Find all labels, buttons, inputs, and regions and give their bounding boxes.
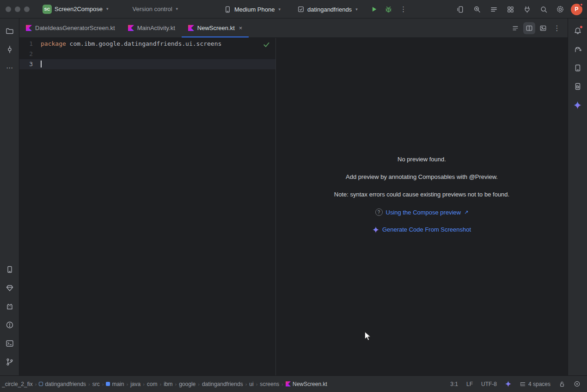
tab-dateideasgeneratorscreen[interactable]: DateIdeasGeneratorScreen.kt [19, 18, 122, 37]
breadcrumb-separator: › [281, 381, 283, 387]
project-icon: SC [43, 5, 52, 14]
editor-tab-bar: DateIdeasGeneratorScreen.kt MainActivity… [19, 18, 568, 38]
commit-tool-button[interactable] [3, 43, 17, 56]
problems-icon [6, 321, 14, 329]
breadcrumb-item[interactable]: datingandfriends [202, 381, 243, 387]
more-run-options-button[interactable]: ⋮ [397, 3, 410, 15]
gradle-tool-button[interactable] [571, 43, 585, 56]
resource-manager-tool-button[interactable] [3, 281, 17, 295]
chevron-down-icon: ▾ [278, 7, 281, 12]
breadcrumb-item[interactable]: src [92, 381, 100, 387]
kotlin-file-icon [188, 25, 194, 31]
zoom-window-button[interactable] [24, 6, 30, 12]
logcat-tool-button[interactable] [3, 300, 17, 313]
close-tab-icon[interactable]: × [239, 24, 243, 31]
code-line-2[interactable]: 2 [19, 49, 275, 59]
breadcrumb-item[interactable]: _circle_2_fix [2, 381, 33, 387]
breadcrumb-item[interactable]: datingandfriends [39, 381, 86, 387]
editor-more-options-button[interactable]: ⋮ [551, 22, 563, 34]
gradle-elephant-icon [574, 45, 582, 54]
design-view-button[interactable] [537, 22, 549, 34]
device-selector[interactable]: Medium Phone ▾ [220, 4, 284, 15]
device-explorer-icon [574, 82, 582, 91]
chevron-down-icon: ▾ [355, 7, 358, 12]
breadcrumb-separator: › [126, 381, 128, 387]
caret-position-widget[interactable]: 3:1 [450, 381, 458, 387]
inspections-widget[interactable] [263, 41, 270, 48]
terminal-tool-button[interactable] [3, 337, 17, 350]
terminal-icon [6, 339, 14, 348]
more-horizontal-icon: ⋯ [6, 64, 13, 72]
split-view-icon [526, 24, 533, 32]
running-devices-tool-button[interactable] [3, 263, 17, 276]
version-control-tool-button[interactable] [3, 355, 17, 369]
avatar[interactable]: P [571, 4, 582, 15]
breadcrumb-item[interactable]: screens [260, 381, 279, 387]
code-line-3[interactable]: 3 [19, 59, 275, 69]
gemini-sparkle-icon [574, 101, 581, 109]
generate-code-link-label[interactable]: Generate Code From Screenshot [382, 226, 471, 233]
line-number: 2 [19, 49, 41, 59]
code-view-button[interactable] [509, 22, 521, 34]
project-selector[interactable]: SC Screen2Compose ▾ [39, 3, 112, 16]
breadcrumb-separator: › [160, 381, 162, 387]
ai-sparkle-icon [505, 381, 511, 387]
breadcrumb-item[interactable]: ui [249, 381, 253, 387]
device-mirroring-button[interactable] [454, 3, 466, 15]
line-separator-widget[interactable]: LF [466, 381, 473, 387]
tab-newscreen[interactable]: NewScreen.kt × [182, 18, 249, 37]
search-everywhere-button[interactable] [538, 3, 550, 15]
left-tool-stripe: ⋯ [0, 18, 19, 375]
tab-mainactivity[interactable]: MainActivity.kt [122, 18, 182, 37]
minimize-window-button[interactable] [15, 6, 20, 12]
code-editor[interactable]: 1 package com.ibm.google.datingandfriend… [19, 38, 275, 375]
avatar-initial: P [575, 6, 578, 12]
kotlin-file-icon [128, 25, 134, 31]
preview-message-primary: No preview found. [397, 156, 446, 163]
app-inspection-button[interactable] [504, 3, 516, 15]
project-tool-button[interactable] [3, 24, 17, 38]
read-only-toggle-widget[interactable] [559, 381, 565, 387]
version-control-widget[interactable]: Version control ▾ [129, 4, 182, 14]
close-window-button[interactable] [6, 6, 11, 12]
gemini-tool-button[interactable] [571, 98, 585, 112]
breadcrumb-item[interactable]: ibm [164, 381, 172, 387]
breadcrumb-separator: › [102, 381, 104, 387]
code-line-1[interactable]: 1 package com.ibm.google.datingandfriend… [19, 39, 275, 49]
more-vertical-icon: ⋮ [554, 24, 561, 32]
ai-assistant-status-widget[interactable] [505, 381, 511, 387]
editor-view-controls: ⋮ [509, 18, 568, 37]
structure-view-button[interactable] [488, 3, 500, 15]
compose-preview-link-label[interactable]: Using the Compose preview [386, 209, 461, 216]
breadcrumb-separator: › [175, 381, 177, 387]
breadcrumb-item[interactable]: java [130, 381, 141, 387]
indent-widget[interactable]: 4 spaces [520, 381, 550, 387]
encoding-widget[interactable]: UTF-8 [481, 381, 497, 387]
breadcrumb-item[interactable]: main [106, 381, 124, 387]
inspection-highlight-widget[interactable] [574, 380, 581, 387]
breadcrumb-item-file[interactable]: NewScreen.kt [286, 381, 327, 387]
more-tool-windows-button[interactable]: ⋯ [3, 61, 17, 75]
external-link-icon: ↗ [464, 209, 468, 215]
code-token: com.ibm.google.datingandfriends.ui.scree… [66, 40, 222, 47]
plugins-button[interactable] [521, 3, 533, 15]
profiler-button[interactable] [471, 3, 483, 15]
device-manager-tool-button[interactable] [571, 61, 585, 75]
run-configuration-selector[interactable]: datingandfriends ▾ [294, 4, 361, 15]
debug-button[interactable] [383, 3, 395, 15]
run-button[interactable] [368, 3, 380, 15]
breadcrumb-item[interactable]: com [147, 381, 158, 387]
device-manager-icon [574, 64, 582, 72]
device-explorer-tool-button[interactable] [571, 80, 585, 93]
avatar-notification-dot [580, 3, 583, 6]
generate-code-from-screenshot-link[interactable]: Generate Code From Screenshot [373, 226, 471, 233]
problems-tool-button[interactable] [3, 318, 17, 332]
split-view-button[interactable] [523, 22, 535, 34]
settings-button[interactable] [554, 3, 566, 15]
notifications-button[interactable] [571, 24, 585, 38]
device-mirroring-icon [457, 6, 465, 13]
breadcrumb-item[interactable]: google [179, 381, 196, 387]
breadcrumb-separator: › [256, 381, 258, 387]
breadcrumb-separator: › [143, 381, 145, 387]
compose-preview-help-link[interactable]: ? Using the Compose preview ↗ [375, 208, 469, 216]
